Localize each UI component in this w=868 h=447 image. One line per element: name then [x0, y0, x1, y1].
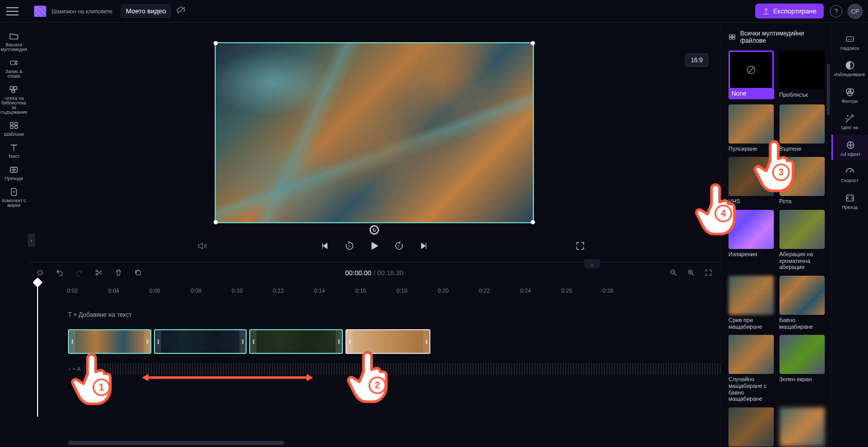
- timeline-ruler[interactable]: 0:020:04 0:060:08 0:100:12 0:140:16 0:18…: [28, 283, 721, 298]
- rail-brandkit[interactable]: Комплект с марки: [0, 183, 28, 209]
- text-icon: [8, 142, 20, 153]
- svg-text:5: 5: [349, 245, 350, 248]
- panel-scrollbar[interactable]: [827, 64, 830, 115]
- effect-slow-zoom[interactable]: Бавно мащабиране: [779, 276, 825, 330]
- callout-badge-2: 2: [369, 377, 386, 394]
- rail-your-media[interactable]: Вашата мултимедия: [0, 27, 28, 53]
- effect-extra-2[interactable]: [779, 407, 825, 446]
- user-avatar[interactable]: CP: [847, 4, 863, 19]
- camera-icon: [8, 57, 20, 68]
- svg-text:5: 5: [398, 245, 400, 248]
- svg-rect-18: [730, 38, 732, 40]
- callout-badge-4: 4: [715, 205, 732, 222]
- fade-icon: [843, 60, 857, 71]
- tap-cursor-1: [61, 344, 128, 410]
- rrail-speed[interactable]: Скорост: [831, 161, 869, 186]
- playhead[interactable]: [37, 283, 38, 417]
- transitions-icon: [8, 164, 20, 175]
- clip-2[interactable]: ||||: [154, 329, 247, 354]
- zoom-in-icon[interactable]: [686, 267, 696, 278]
- rail-library[interactable]: -отека на библиотека за съдържание: [0, 80, 28, 116]
- magic-icon[interactable]: [35, 267, 45, 278]
- svg-rect-1: [10, 86, 13, 90]
- rrail-filters[interactable]: Филтри: [831, 82, 869, 107]
- svg-rect-2: [14, 86, 17, 90]
- rrail-effects[interactable]: Ad ефект: [831, 135, 869, 160]
- clip-3[interactable]: ||||: [249, 329, 343, 354]
- brandkit-icon: [8, 186, 20, 198]
- menu-button[interactable]: [5, 4, 20, 19]
- rail-templates[interactable]: Шаблони: [0, 116, 28, 138]
- effect-extra-1[interactable]: [728, 407, 774, 446]
- rrail-captions[interactable]: Надписи: [831, 29, 869, 54]
- svg-rect-13: [136, 271, 141, 275]
- svg-rect-7: [15, 126, 18, 129]
- tap-cursor-2: [337, 342, 404, 408]
- preview-canvas[interactable]: ↻: [215, 42, 534, 223]
- effect-zoom-crash[interactable]: Срив при мащабиране: [728, 276, 774, 330]
- rewind-5-icon[interactable]: 5: [343, 239, 356, 253]
- split-icon[interactable]: [94, 267, 104, 278]
- effect-chroma[interactable]: Аберация на хроматична аберация: [779, 210, 825, 271]
- export-label: Експортиране: [773, 7, 817, 15]
- delete-icon[interactable]: [113, 267, 124, 278]
- timecode-current: 00:00.00: [345, 269, 372, 277]
- svg-rect-21: [846, 37, 854, 42]
- filters-icon: [843, 86, 857, 98]
- captions-icon: [843, 33, 857, 45]
- double-arrow-icon: [119, 373, 336, 382]
- panel-collapse-down-icon[interactable]: ⌄: [584, 259, 600, 269]
- effects-icon: [844, 139, 857, 151]
- zoom-out-icon[interactable]: [668, 267, 679, 278]
- help-icon[interactable]: ?: [830, 5, 842, 17]
- callout-badge-3: 3: [772, 164, 790, 181]
- play-button[interactable]: [368, 239, 381, 253]
- templates-icon: [8, 120, 20, 131]
- rail-text[interactable]: Текст: [0, 138, 28, 160]
- aspect-ratio-button[interactable]: 16:9: [685, 53, 708, 67]
- timeline-scrollbar[interactable]: [68, 440, 721, 446]
- rrail-color[interactable]: Цвят на: [831, 108, 869, 133]
- cloud-sync-icon: [176, 5, 186, 17]
- callout-badge-1: 1: [93, 379, 110, 396]
- fullscreen-icon[interactable]: [574, 239, 587, 253]
- export-button[interactable]: Експортиране: [755, 4, 824, 19]
- effect-none[interactable]: None: [728, 50, 774, 99]
- project-title[interactable]: Моето видео: [120, 4, 171, 18]
- svg-rect-0: [10, 61, 15, 65]
- effect-flash[interactable]: Проблясък: [779, 50, 825, 99]
- skip-end-icon[interactable]: [417, 239, 430, 253]
- rail-record[interactable]: Запис & create: [0, 53, 28, 80]
- svg-rect-17: [733, 35, 735, 37]
- forward-5-icon[interactable]: 5: [392, 239, 406, 253]
- fit-icon: [843, 192, 857, 204]
- zoom-fit-icon[interactable]: [703, 267, 714, 278]
- left-rail: Вашата мултимедия Запис & create -отека …: [0, 23, 28, 447]
- svg-rect-16: [730, 35, 732, 37]
- rrail-fit[interactable]: Преход: [831, 188, 869, 213]
- effect-green[interactable]: Зелен екран: [779, 335, 825, 402]
- rail-transitions[interactable]: Преходи: [0, 160, 28, 183]
- redo-icon[interactable]: [74, 267, 84, 278]
- magic-wand-icon: [843, 113, 857, 124]
- duplicate-icon[interactable]: [133, 267, 143, 278]
- svg-rect-6: [10, 126, 13, 129]
- rrail-fade[interactable]: Избледняване: [831, 55, 869, 80]
- undo-icon[interactable]: [55, 267, 65, 278]
- svg-rect-5: [15, 122, 18, 125]
- effects-heading: Всички мултимедийни файлове: [728, 30, 825, 44]
- mute-icon[interactable]: [196, 239, 209, 253]
- folder-icon: [8, 30, 20, 42]
- library-icon: [8, 84, 20, 95]
- skip-start-icon[interactable]: [318, 239, 332, 253]
- app-label: Шампион на клиповете: [51, 8, 112, 14]
- resize-handle-bl[interactable]: [214, 220, 218, 224]
- resize-handle-tr[interactable]: [531, 41, 535, 45]
- text-track-hint[interactable]: T + Добавяне на текст: [68, 306, 721, 324]
- resize-handle-br[interactable]: [531, 220, 535, 224]
- timecode-duration: 00:18.30: [377, 269, 404, 277]
- resize-handle-tl[interactable]: [214, 41, 218, 45]
- effect-rand-zoom[interactable]: Случайно мащабиране с бавно мащабиране: [728, 335, 774, 402]
- svg-rect-19: [733, 38, 735, 40]
- svg-rect-4: [10, 122, 13, 125]
